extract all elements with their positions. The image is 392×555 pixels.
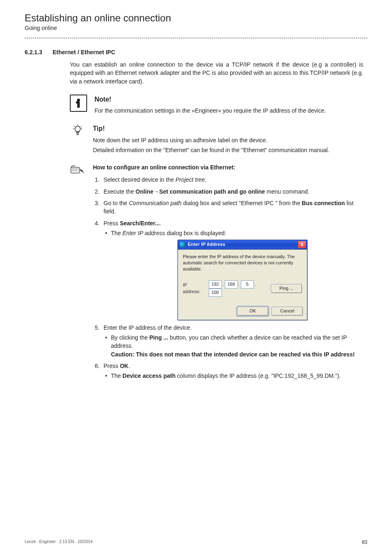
text: By clicking the	[111, 334, 149, 341]
text-bold: Bus connection	[302, 200, 345, 206]
divider	[25, 38, 367, 38]
text: .	[223, 282, 224, 287]
text-italic: Communication path	[129, 200, 181, 206]
info-icon	[70, 95, 87, 112]
section-name: Ethernet / Ethernet IPC	[53, 49, 115, 56]
page-subtitle: Going online	[25, 25, 367, 31]
svg-rect-3	[71, 167, 80, 173]
lightbulb-icon	[70, 124, 85, 154]
text: .	[129, 363, 130, 369]
text: dialog box is displayed:	[165, 230, 226, 236]
note-head: Note!	[95, 95, 359, 104]
text: Press	[104, 220, 120, 227]
step-4-sub: The Enter IP address dialog box is displ…	[105, 229, 359, 237]
text-bold: Device access path	[122, 372, 175, 379]
text: Execute the	[104, 188, 136, 195]
text-bold: OK	[120, 363, 129, 369]
arrow-icon: →	[153, 188, 159, 195]
step-5-sub: By clicking the Ping ... button, you can…	[105, 333, 359, 358]
text: The	[111, 372, 122, 379]
ip-octet-3[interactable]: 5	[241, 280, 254, 289]
tip-head: Tip!	[93, 124, 359, 133]
text-italic: Enter IP address	[122, 230, 165, 236]
text-bold: Set communication path and go online	[159, 188, 265, 195]
ping-button[interactable]: Ping ...	[271, 284, 302, 293]
step-6-sub: The Device access path column displays t…	[105, 372, 359, 380]
text: .	[255, 282, 256, 287]
text: .	[160, 220, 161, 227]
text-bold: Online	[136, 188, 154, 195]
procedure-icon	[70, 163, 85, 176]
text-italic: Project tree	[175, 176, 205, 183]
ip-octet-2[interactable]: 168	[225, 280, 238, 289]
ip-label: IP address:	[183, 282, 205, 295]
text: .	[239, 282, 240, 287]
tip-line-1: Note down the set IP address using an ad…	[93, 136, 359, 144]
text: column displays the IP address (e.g. "IP…	[175, 372, 341, 379]
text: Select desired device in the	[104, 176, 175, 183]
ip-octet-4[interactable]: 100	[209, 289, 222, 297]
text: Press	[104, 363, 120, 369]
page-title: Establishing an online connection	[25, 12, 367, 24]
page-number: 83	[362, 539, 367, 545]
dialog-title: Enter IP Address	[188, 241, 295, 248]
text: The	[111, 230, 122, 236]
dialog-message: Please enter the IP address of the devic…	[183, 254, 302, 272]
step-6: Press OK. The Device access path column …	[101, 362, 359, 380]
step-5: Enter the IP address of the device. By c…	[101, 324, 359, 358]
text: menu command.	[265, 188, 309, 195]
dialog-app-icon	[180, 242, 185, 247]
section-number: 6.2.1.3	[25, 49, 53, 56]
procedure-head: How to configure an online connection vi…	[93, 164, 235, 171]
text-bold: Ping ...	[149, 334, 168, 341]
text-bold: Search/Enter...	[120, 220, 160, 227]
text: Enter the IP address of the device.	[104, 324, 192, 331]
text: Go to the	[104, 200, 129, 206]
step-1: Select desired device in the Project tre…	[101, 176, 359, 184]
ok-button[interactable]: OK	[237, 307, 268, 316]
step-2: Execute the Online→Set communication pat…	[101, 187, 359, 196]
svg-rect-2	[76, 102, 78, 103]
enter-ip-dialog: Enter IP Address X Please enter the IP a…	[178, 240, 307, 320]
cancel-button[interactable]: Cancel	[272, 307, 303, 316]
ip-octet-1[interactable]: 192	[209, 280, 222, 289]
text: dialog box and select "Ethernet IPC " fr…	[182, 200, 302, 206]
footer-left: Lenze · Engineer · 2.13 EN - 10/2014	[25, 539, 92, 545]
step-4: Press Search/Enter.... The Enter IP addr…	[101, 219, 359, 320]
text: .	[205, 176, 207, 183]
tip-line-2: Detailed information on the "Ethernet" c…	[93, 146, 359, 154]
close-icon[interactable]: X	[298, 241, 306, 248]
caution-text: Caution: This does not mean that the int…	[111, 351, 355, 358]
step-3: Go to the Communication path dialog box …	[101, 199, 359, 216]
intro-paragraph: You can establish an online connection t…	[70, 60, 363, 86]
note-body: For the communication settings in the »E…	[95, 106, 359, 115]
svg-point-0	[78, 99, 80, 101]
